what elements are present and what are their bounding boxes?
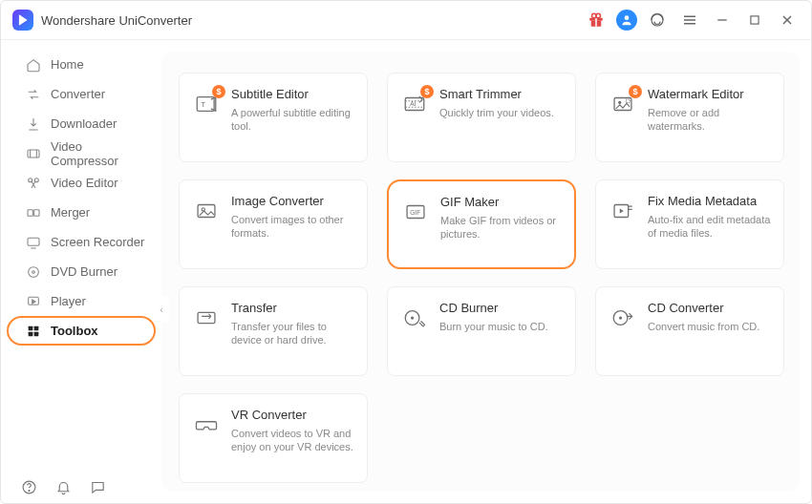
app-title: Wondershare UniConverter bbox=[41, 13, 192, 28]
sidebar-item-merger[interactable]: Merger bbox=[7, 198, 156, 227]
paid-badge: $ bbox=[629, 85, 642, 98]
paid-badge: $ bbox=[420, 85, 434, 98]
cd-converter-icon bbox=[609, 304, 636, 331]
svg-rect-11 bbox=[751, 16, 759, 24]
tool-title: Transfer bbox=[231, 301, 355, 316]
tool-desc: Remove or add watermarks. bbox=[648, 106, 772, 135]
tool-card-smart-trimmer[interactable]: $Smart TrimmerQuickly trim your videos. bbox=[387, 73, 576, 162]
sidebar-item-video-compressor[interactable]: Video Compressor bbox=[7, 138, 156, 168]
tool-grid: $Subtitle EditorA powerful subtitle edit… bbox=[179, 73, 788, 483]
content-area: $Subtitle EditorA powerful subtitle edit… bbox=[161, 40, 811, 503]
cd-burner-icon bbox=[401, 304, 428, 331]
svg-point-5 bbox=[625, 15, 630, 20]
svg-rect-26 bbox=[34, 331, 39, 336]
svg-rect-14 bbox=[28, 150, 39, 158]
sidebar-item-home[interactable]: Home bbox=[7, 50, 156, 79]
tool-card-subtitle-editor[interactable]: $Subtitle EditorA powerful subtitle edit… bbox=[179, 73, 368, 162]
watermark-editor-icon: $ bbox=[609, 91, 636, 117]
tool-desc: Quickly trim your videos. bbox=[439, 106, 554, 120]
sidebar-item-dvd-burner[interactable]: DVD Burner bbox=[7, 257, 156, 286]
sidebar-item-label: DVD Burner bbox=[51, 264, 118, 279]
tool-card-cd-burner[interactable]: CD BurnerBurn your music to CD. bbox=[387, 286, 576, 376]
vr-converter-icon bbox=[193, 411, 220, 438]
tool-desc: Transfer your files to device or hard dr… bbox=[231, 320, 355, 348]
tool-card-gif-maker[interactable]: GIF MakerMake GIF from videos or picture… bbox=[387, 179, 576, 269]
smart-trimmer-icon: $ bbox=[401, 91, 428, 117]
app-logo bbox=[12, 10, 33, 31]
sidebar-item-label: Converter bbox=[51, 87, 105, 101]
sidebar: Home Converter Downloader Video Compress… bbox=[1, 40, 161, 503]
tool-desc: Auto-fix and edit metadata of media file… bbox=[648, 213, 772, 242]
hamburger-icon[interactable] bbox=[677, 8, 702, 32]
image-converter-icon bbox=[193, 198, 220, 224]
sidebar-bottom bbox=[18, 476, 108, 497]
tool-card-fix-media-metadata[interactable]: Fix Media MetadataAuto-fix and edit meta… bbox=[595, 179, 784, 269]
sidebar-item-label: Home bbox=[51, 57, 84, 72]
close-icon[interactable] bbox=[775, 8, 800, 32]
titlebar: Wondershare UniConverter bbox=[1, 1, 811, 40]
sidebar-item-label: Player bbox=[51, 294, 86, 308]
tool-title: CD Converter bbox=[648, 301, 759, 316]
tool-card-image-converter[interactable]: Image ConverterConvert images to other f… bbox=[179, 179, 368, 269]
tool-desc: Convert images to other formats. bbox=[231, 213, 355, 242]
transfer-icon bbox=[193, 304, 220, 331]
help-icon[interactable] bbox=[18, 476, 39, 497]
sidebar-item-video-editor[interactable]: Video Editor bbox=[7, 168, 156, 198]
tool-card-cd-converter[interactable]: CD ConverterConvert music from CD. bbox=[595, 286, 784, 376]
tool-desc: Convert videos to VR and enjoy on your V… bbox=[231, 427, 355, 455]
sidebar-collapse-handle[interactable]: ‹ bbox=[154, 296, 169, 323]
fix-media-metadata-icon bbox=[609, 198, 636, 224]
sidebar-item-label: Screen Recorder bbox=[51, 235, 144, 249]
svg-point-21 bbox=[32, 270, 35, 273]
svg-rect-19 bbox=[28, 238, 39, 245]
svg-rect-25 bbox=[29, 331, 33, 336]
paid-badge: $ bbox=[212, 85, 225, 98]
sidebar-item-toolbox[interactable]: Toolbox bbox=[7, 316, 156, 346]
svg-rect-23 bbox=[29, 326, 33, 330]
sidebar-item-screen-recorder[interactable]: Screen Recorder bbox=[7, 227, 156, 257]
tool-title: Subtitle Editor bbox=[231, 87, 355, 102]
gift-icon[interactable] bbox=[584, 8, 609, 32]
sidebar-item-label: Video Compressor bbox=[51, 139, 148, 168]
svg-point-4 bbox=[596, 13, 601, 18]
tool-title: GIF Maker bbox=[440, 195, 563, 210]
sidebar-item-label: Toolbox bbox=[51, 324, 98, 338]
tool-desc: Burn your music to CD. bbox=[439, 320, 548, 334]
tool-title: Watermark Editor bbox=[648, 87, 772, 102]
bell-icon[interactable] bbox=[53, 476, 74, 497]
tool-title: VR Converter bbox=[231, 408, 355, 423]
tool-title: CD Burner bbox=[439, 301, 548, 316]
sidebar-item-player[interactable]: Player bbox=[7, 286, 156, 316]
tool-card-vr-converter[interactable]: VR ConverterConvert videos to VR and enj… bbox=[179, 393, 368, 483]
comment-icon[interactable] bbox=[87, 476, 108, 497]
tool-card-watermark-editor[interactable]: $Watermark EditorRemove or add watermark… bbox=[595, 73, 784, 162]
sidebar-item-label: Video Editor bbox=[51, 176, 118, 190]
tool-desc: Convert music from CD. bbox=[648, 320, 759, 334]
sidebar-item-label: Downloader bbox=[51, 116, 117, 131]
minimize-icon[interactable] bbox=[710, 8, 735, 32]
sidebar-item-downloader[interactable]: Downloader bbox=[7, 109, 156, 138]
svg-rect-18 bbox=[34, 209, 39, 216]
sidebar-item-label: Merger bbox=[51, 205, 90, 220]
tool-desc: A powerful subtitle editing tool. bbox=[231, 106, 355, 135]
subtitle-editor-icon: $ bbox=[193, 91, 220, 117]
svg-rect-2 bbox=[595, 18, 597, 27]
tool-desc: Make GIF from videos or pictures. bbox=[440, 214, 563, 242]
maximize-icon[interactable] bbox=[742, 8, 767, 32]
svg-point-20 bbox=[29, 266, 39, 277]
account-icon[interactable] bbox=[616, 10, 637, 31]
tool-title: Smart Trimmer bbox=[439, 87, 554, 102]
tool-title: Image Converter bbox=[231, 194, 355, 209]
support-icon[interactable] bbox=[645, 8, 670, 32]
body: Home Converter Downloader Video Compress… bbox=[1, 40, 811, 503]
svg-rect-17 bbox=[28, 209, 32, 216]
tool-title: Fix Media Metadata bbox=[648, 194, 772, 209]
gif-maker-icon bbox=[402, 199, 429, 225]
toolbox-panel: $Subtitle EditorA powerful subtitle edit… bbox=[161, 52, 800, 492]
svg-point-28 bbox=[28, 490, 29, 491]
svg-rect-24 bbox=[34, 326, 39, 330]
app-window: Wondershare UniConverter Home bbox=[0, 0, 812, 504]
tool-card-transfer[interactable]: TransferTransfer your files to device or… bbox=[179, 286, 368, 376]
sidebar-item-converter[interactable]: Converter bbox=[7, 79, 156, 109]
